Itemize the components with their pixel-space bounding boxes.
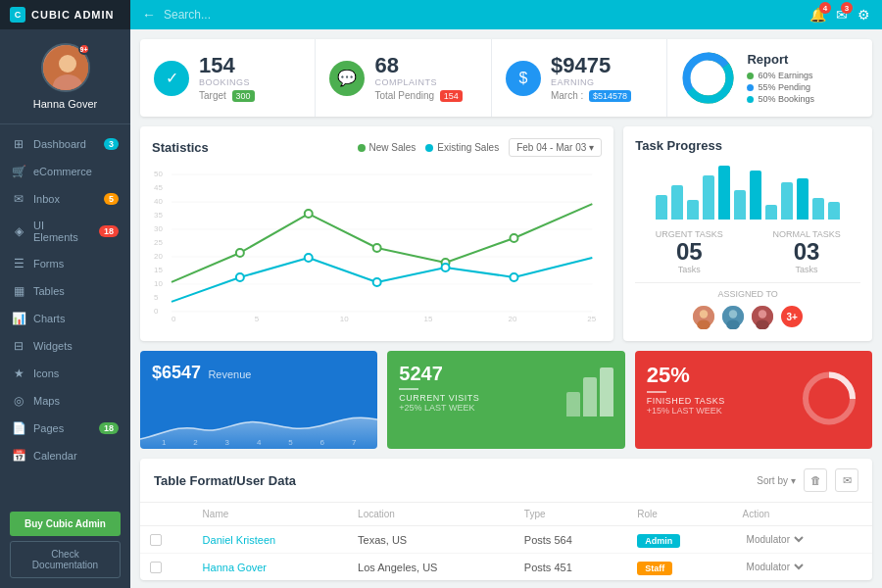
sidebar-item-forms[interactable]: ☰ Forms <box>0 250 130 277</box>
sort-chevron-icon: ▾ <box>791 475 796 486</box>
svg-text:0: 0 <box>172 315 176 321</box>
docs-button[interactable]: Check Documentation <box>10 541 121 578</box>
row2-action: Modulator <box>733 554 872 581</box>
tasks-percent: 25% <box>647 363 725 388</box>
nav-icon-dashboard: ⊞ <box>12 137 25 151</box>
normal-tasks-stat: Normal Tasks 03 Tasks <box>753 229 860 274</box>
back-icon[interactable]: ← <box>142 7 156 23</box>
nav-badge-dashboard: 3 <box>104 138 119 150</box>
nav-icon-pages: 📄 <box>12 421 25 435</box>
user-data-table-card: Table Format/User Data Sort by ▾ 🗑 ✉ <box>140 459 872 580</box>
action-select-1[interactable]: Modulator <box>743 533 807 546</box>
nav-badge-ui-elements: 18 <box>99 225 119 237</box>
user-link-2[interactable]: Hanna Gover <box>203 562 267 573</box>
delete-icon[interactable]: 🗑 <box>804 468 827 492</box>
nav-badge-inbox: 5 <box>104 193 119 205</box>
row2-location: Los Angeles, US <box>348 554 514 581</box>
table-header-row: Name Location Type Role Action <box>140 503 872 526</box>
legend-bookings: 50% Bookings <box>747 94 814 104</box>
sidebar-item-ui-elements[interactable]: ◈ UI Elements 18 <box>0 213 130 250</box>
sidebar-item-dashboard[interactable]: ⊞ Dashboard 3 <box>0 130 130 158</box>
bookings-stat: ✓ 154 BOOKINGS Target 300 <box>140 39 316 117</box>
date-range-picker[interactable]: Feb 04 - Mar 03 ▾ <box>509 138 602 157</box>
pending-dot <box>747 84 754 91</box>
sidebar-item-charts[interactable]: 📊 Charts <box>0 305 130 332</box>
sidebar-item-pages[interactable]: 📄 Pages 18 <box>0 415 130 442</box>
nav-label-pages: Pages <box>33 422 91 434</box>
logo-letter: C <box>15 10 22 20</box>
sidebar-item-widgets[interactable]: ⊟ Widgets <box>0 332 130 360</box>
task-bar-1 <box>656 195 667 220</box>
buy-button[interactable]: Buy Cubic Admin <box>10 512 121 536</box>
svg-text:40: 40 <box>154 197 163 206</box>
normal-count: 03 <box>753 239 860 265</box>
sidebar-item-ecommerce[interactable]: 🛒 eCommerce <box>0 158 130 185</box>
svg-text:10: 10 <box>154 279 163 288</box>
nav-icon-calendar: 📅 <box>12 449 25 463</box>
col-location: Location <box>348 503 514 526</box>
svg-point-41 <box>700 311 708 318</box>
svg-text:30: 30 <box>154 224 163 233</box>
sort-by-control[interactable]: Sort by ▾ <box>757 475 796 486</box>
sidebar-item-maps[interactable]: ◎ Maps <box>0 387 130 415</box>
sidebar-item-tables[interactable]: ▦ Tables <box>0 277 130 305</box>
table-row: Daniel Kristeen Texas, US Posts 564 Admi… <box>140 526 872 554</box>
task-bar-7 <box>750 171 761 220</box>
middle-row: Statistics New Sales Existing Sales <box>140 126 872 341</box>
sidebar-header: C CUBIC ADMIN <box>0 0 130 29</box>
svg-point-47 <box>759 311 766 318</box>
revenue-label: Revenue <box>208 368 251 380</box>
checkbox-2[interactable] <box>150 562 162 573</box>
checkbox-1[interactable] <box>150 534 162 546</box>
notification-badge-count: 4 <box>819 2 831 14</box>
nav-label-ecommerce: eCommerce <box>33 166 119 177</box>
nav-label-dashboard: Dashboard <box>33 138 96 150</box>
app-logo: C <box>10 7 25 23</box>
revenue-mini-chart: 1 2 3 4 5 6 7 <box>140 405 377 449</box>
table-controls: Sort by ▾ 🗑 ✉ <box>757 468 858 492</box>
sidebar-item-inbox[interactable]: ✉ Inbox 5 <box>0 185 130 213</box>
svg-point-34 <box>510 234 517 242</box>
task-bar-2 <box>671 185 683 220</box>
message-icon[interactable]: ✉ 3 <box>836 7 848 23</box>
task-bar-6 <box>734 190 746 220</box>
nav-label-forms: Forms <box>33 258 119 270</box>
topbar: ← 🔔 4 ✉ 3 ⚙ <box>130 0 882 29</box>
table-row: Hanna Gover Los Angeles, US Posts 451 St… <box>140 554 872 581</box>
report-title: Report <box>747 52 814 67</box>
svg-point-36 <box>305 254 313 262</box>
table-header: Table Format/User Data Sort by ▾ 🗑 ✉ <box>140 459 872 503</box>
report-card: Report 60% Earnings 55% Pending <box>667 39 872 117</box>
row1-action: Modulator <box>733 526 872 554</box>
notification-icon[interactable]: 🔔 4 <box>809 7 826 23</box>
action-select-2[interactable]: Modulator <box>743 561 807 573</box>
urgent-count: 05 <box>635 239 743 265</box>
svg-text:25: 25 <box>587 315 596 321</box>
new-sales-dot <box>358 144 366 152</box>
earnings-dot <box>747 73 754 79</box>
task-bar-5 <box>718 166 730 220</box>
earnings-legend-label: 60% Earnings <box>758 71 812 80</box>
nav-icon-icons: ★ <box>12 367 25 380</box>
stats-row: ✓ 154 BOOKINGS Target 300 💬 68 COMPLAINT… <box>140 39 872 117</box>
svg-text:5: 5 <box>154 293 159 302</box>
profile-name: Hanna Gover <box>33 98 97 110</box>
svg-text:45: 45 <box>154 183 163 192</box>
svg-text:20: 20 <box>508 315 516 321</box>
complaints-stat: 💬 68 COMPLAINTS Total Pending 154 <box>316 39 491 117</box>
message-table-icon[interactable]: ✉ <box>835 468 858 492</box>
settings-icon[interactable]: ⚙ <box>858 7 870 23</box>
sidebar: C CUBIC ADMIN 9+ <box>0 0 130 588</box>
role-badge-2: Staff <box>637 562 672 575</box>
user-profile: 9+ Hanna Gover <box>0 29 130 124</box>
user-link-1[interactable]: Daniel Kristeen <box>203 534 276 546</box>
search-input[interactable] <box>164 8 802 22</box>
visits-count: 5247 <box>399 363 479 385</box>
sidebar-item-icons[interactable]: ★ Icons <box>0 360 130 387</box>
row1-role: Admin <box>627 526 732 554</box>
row1-checkbox <box>140 526 193 554</box>
nav-icon-inbox: ✉ <box>12 192 25 206</box>
sidebar-item-calendar[interactable]: 📅 Calendar <box>0 442 130 469</box>
nav-icon-ecommerce: 🛒 <box>12 165 25 178</box>
svg-point-1 <box>59 55 76 73</box>
